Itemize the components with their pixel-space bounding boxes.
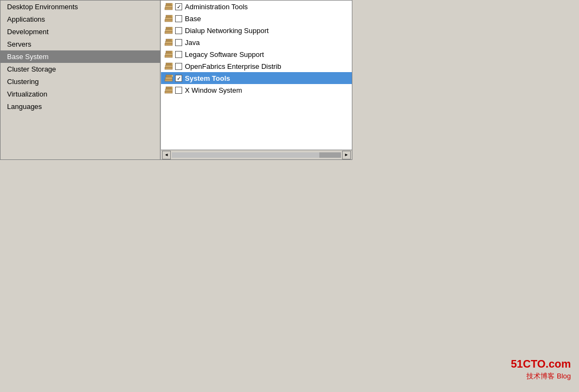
horizontal-scrollbar: ◄ ► — [161, 150, 352, 159]
package-item-base[interactable]: Base — [161, 12, 352, 24]
category-item-clustering[interactable]: Clustering — [1, 75, 160, 88]
svg-rect-20 — [165, 67, 172, 69]
package-label-system-tools: System Tools — [185, 74, 230, 82]
scroll-track[interactable] — [172, 152, 341, 158]
svg-rect-28 — [165, 91, 172, 93]
watermark-site: 51CTO.com — [511, 356, 571, 371]
svg-marker-19 — [172, 51, 173, 53]
package-label-dialup-networking-support: Dialup Networking Support — [185, 27, 269, 35]
svg-rect-29 — [165, 89, 172, 91]
watermark: 51CTO.com 技术博客 Blog — [511, 356, 571, 381]
package-icon-x-window-system — [164, 86, 174, 94]
category-item-applications[interactable]: Applications — [1, 13, 160, 25]
package-icon-base — [164, 14, 174, 23]
svg-rect-17 — [165, 53, 172, 55]
svg-rect-14 — [166, 39, 172, 41]
package-item-dialup-networking-support[interactable]: Dialup Networking Support — [161, 24, 352, 36]
package-item-legacy-software-support[interactable]: Legacy Software Support — [161, 48, 352, 60]
package-list-panel: Administration ToolsBaseDialup Networkin… — [160, 1, 352, 159]
package-checkbox-system-tools[interactable] — [175, 75, 182, 82]
svg-marker-31 — [172, 87, 173, 89]
package-icon-openfabrics-enterprise-distrib — [164, 62, 174, 70]
svg-rect-25 — [165, 77, 172, 79]
svg-rect-12 — [165, 43, 172, 46]
package-icon-dialup-networking-support — [164, 26, 174, 35]
svg-rect-26 — [166, 75, 172, 77]
package-label-java: Java — [185, 38, 200, 47]
category-item-development[interactable]: Development — [1, 25, 160, 38]
category-item-virtualization[interactable]: Virtualization — [1, 88, 160, 100]
svg-rect-0 — [165, 8, 172, 10]
scroll-right-button[interactable]: ► — [342, 151, 351, 159]
package-label-openfabrics-enterprise-distrib: OpenFabrics Enterprise Distrib — [185, 62, 281, 70]
package-item-x-window-system[interactable]: X Window System — [161, 84, 352, 96]
package-icon-system-tools — [164, 74, 174, 82]
category-item-cluster-storage[interactable]: Cluster Storage — [1, 63, 160, 75]
svg-rect-8 — [165, 31, 172, 34]
package-label-base: Base — [185, 15, 201, 23]
svg-marker-11 — [172, 27, 173, 29]
svg-rect-24 — [165, 79, 172, 81]
package-checkbox-administration-tools[interactable] — [175, 3, 182, 10]
package-label-legacy-software-support: Legacy Software Support — [185, 50, 264, 59]
svg-rect-30 — [166, 87, 172, 89]
package-label-x-window-system: X Window System — [185, 86, 242, 94]
category-item-desktop-environments[interactable]: Desktop Environments — [1, 1, 160, 13]
package-label-administration-tools: Administration Tools — [185, 3, 248, 11]
svg-rect-2 — [166, 3, 172, 5]
svg-rect-5 — [165, 17, 172, 20]
svg-rect-16 — [165, 55, 172, 57]
scroll-thumb[interactable] — [319, 152, 341, 158]
svg-rect-4 — [165, 20, 172, 22]
package-item-system-tools[interactable]: System Tools — [161, 72, 352, 84]
watermark-subtitle: 技术博客 Blog — [511, 371, 571, 381]
category-item-base-system[interactable]: Base System — [1, 50, 160, 63]
package-icon-java — [164, 38, 174, 47]
package-icon-legacy-software-support — [164, 50, 174, 59]
svg-rect-1 — [165, 5, 172, 8]
package-item-java[interactable]: Java — [161, 36, 352, 48]
package-icon-administration-tools — [164, 2, 174, 11]
svg-marker-15 — [172, 39, 173, 41]
package-checkbox-openfabrics-enterprise-distrib[interactable] — [175, 63, 182, 70]
category-item-servers[interactable]: Servers — [1, 38, 160, 50]
category-list: Desktop EnvironmentsApplicationsDevelopm… — [1, 1, 160, 159]
package-checkbox-legacy-software-support[interactable] — [175, 51, 182, 58]
category-item-languages[interactable]: Languages — [1, 100, 160, 113]
package-checkbox-dialup-networking-support[interactable] — [175, 27, 182, 34]
svg-rect-6 — [166, 15, 172, 17]
svg-rect-9 — [165, 29, 172, 31]
svg-rect-21 — [165, 65, 172, 67]
svg-rect-10 — [166, 27, 172, 29]
svg-rect-22 — [166, 63, 172, 65]
svg-marker-7 — [172, 15, 173, 17]
svg-marker-27 — [172, 75, 173, 77]
package-checkbox-base[interactable] — [175, 15, 182, 22]
package-list-content: Administration ToolsBaseDialup Networkin… — [161, 1, 352, 150]
package-checkbox-java[interactable] — [175, 39, 182, 46]
scroll-left-button[interactable]: ◄ — [162, 151, 171, 159]
package-item-openfabrics-enterprise-distrib[interactable]: OpenFabrics Enterprise Distrib — [161, 60, 352, 72]
package-item-administration-tools[interactable]: Administration Tools — [161, 1, 352, 12]
package-selector: Desktop EnvironmentsApplicationsDevelopm… — [0, 0, 352, 160]
svg-rect-18 — [166, 51, 172, 53]
package-checkbox-x-window-system[interactable] — [175, 87, 182, 94]
svg-marker-3 — [172, 3, 173, 5]
svg-rect-13 — [165, 41, 172, 43]
svg-marker-23 — [172, 63, 173, 65]
